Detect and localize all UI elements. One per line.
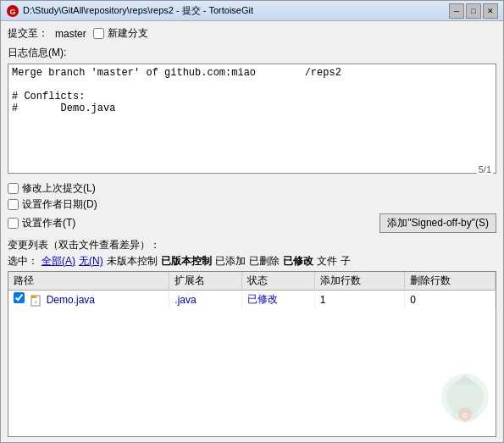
file-name: Demo.java: [47, 294, 95, 306]
log-label: 日志信息(M):: [8, 46, 496, 60]
changes-title: 变更列表（双击文件查看差异）：: [8, 238, 496, 252]
deleted-filter: 已删除: [249, 254, 280, 269]
col-ext: 扩展名: [169, 272, 242, 291]
none-filter[interactable]: 无(N): [79, 254, 103, 269]
options-section: 修改上次提交(L) 设置作者日期(D) 设置作者(T) 添加"Signed-of…: [8, 181, 496, 233]
file-added-cell: 1: [314, 291, 405, 309]
window-title: D:\Study\GitAll\repository\reps\reps2 - …: [23, 4, 449, 17]
new-branch-checkbox[interactable]: [93, 28, 104, 39]
submit-to-label: 提交至：: [8, 26, 48, 41]
file-status-cell: 已修改: [241, 291, 314, 309]
watermark-svg: G: [431, 368, 499, 435]
maximize-button[interactable]: □: [466, 3, 481, 19]
window-body: 提交至： master 新建分支 日志信息(M): Merge branch '…: [1, 21, 503, 442]
changes-section: 变更列表（双击文件查看差异）： 选中： 全部(A) 无(N) 未版本控制 已版本…: [8, 238, 496, 437]
options-row-3: 设置作者(T) 添加"Signed-off-by"(S): [8, 213, 496, 233]
options-row-1: 修改上次提交(L): [8, 181, 496, 196]
window-controls: ─ □ ✕: [449, 3, 498, 19]
app-icon: G: [6, 4, 19, 18]
file-ext-cell: .java: [169, 291, 242, 309]
modified-filter: 已修改: [283, 254, 313, 269]
filter-row: 选中： 全部(A) 无(N) 未版本控制 已版本控制 已添加 已删除 已修改 文…: [8, 254, 496, 269]
file-deleted-cell: 0: [405, 291, 496, 309]
submit-to-row: 提交至： master 新建分支: [8, 26, 496, 41]
header-row: 路径 扩展名 状态 添加行数 删除行数: [8, 272, 496, 291]
versioned-filter: 已版本控制: [161, 254, 212, 269]
log-area-container: Merge branch 'master' of github.com:miao…: [8, 64, 496, 176]
amend-checkbox-label[interactable]: 修改上次提交(L): [8, 181, 96, 196]
title-bar: G D:\Study\GitAll\repository\reps\reps2 …: [1, 1, 503, 21]
options-row-2: 设置作者日期(D): [8, 197, 496, 212]
svg-text:G: G: [462, 412, 468, 419]
submodules-filter: 子: [341, 254, 351, 269]
unversioned-filter: 未版本控制: [107, 254, 158, 269]
files-table: 路径 扩展名 状态 添加行数 删除行数: [8, 272, 496, 308]
author-date-checkbox[interactable]: [8, 199, 19, 210]
col-added: 添加行数: [314, 272, 405, 291]
file-path-cell: J Demo.java: [8, 291, 169, 309]
all-filter[interactable]: 全部(A): [42, 254, 75, 269]
svg-text:J: J: [35, 300, 36, 304]
author-checkbox[interactable]: [8, 218, 19, 229]
table-header: 路径 扩展名 状态 添加行数 删除行数: [8, 272, 496, 291]
branch-name: master: [55, 28, 86, 40]
file-icon: J: [30, 295, 42, 307]
files-filter: 文件: [317, 254, 337, 269]
file-table: 路径 扩展名 状态 添加行数 删除行数: [8, 271, 496, 437]
added-filter: 已添加: [215, 254, 246, 269]
svg-text:G: G: [9, 8, 15, 16]
table-row[interactable]: J Demo.java .java 已修改 1 0: [8, 291, 496, 309]
svg-rect-3: [31, 296, 36, 298]
new-branch-checkbox-label[interactable]: 新建分支: [93, 26, 148, 41]
file-checkbox[interactable]: [14, 292, 25, 303]
author-checkbox-label[interactable]: 设置作者(T): [8, 216, 75, 230]
main-window: G D:\Study\GitAll\repository\reps\reps2 …: [0, 0, 504, 443]
new-branch-label: 新建分支: [108, 26, 148, 41]
col-status: 状态: [241, 272, 314, 291]
table-body: J Demo.java .java 已修改 1 0: [8, 291, 496, 309]
signed-off-button[interactable]: 添加"Signed-off-by"(S): [379, 213, 496, 233]
minimize-button[interactable]: ─: [449, 3, 464, 19]
amend-label: 修改上次提交(L): [22, 181, 96, 196]
form-content: 提交至： master 新建分支 日志信息(M): Merge branch '…: [1, 21, 503, 442]
char-count: 5/1: [477, 164, 493, 174]
select-label: 选中：: [8, 254, 38, 269]
col-path: 路径: [8, 272, 169, 291]
author-date-label: 设置作者日期(D): [22, 197, 97, 212]
tortoisegit-watermark: G: [431, 368, 499, 438]
close-button[interactable]: ✕: [483, 3, 498, 19]
log-textarea[interactable]: Merge branch 'master' of github.com:miao…: [8, 64, 496, 174]
amend-checkbox[interactable]: [8, 183, 19, 194]
author-date-checkbox-label[interactable]: 设置作者日期(D): [8, 197, 97, 212]
author-label: 设置作者(T): [22, 216, 75, 230]
col-deleted: 删除行数: [405, 272, 496, 291]
